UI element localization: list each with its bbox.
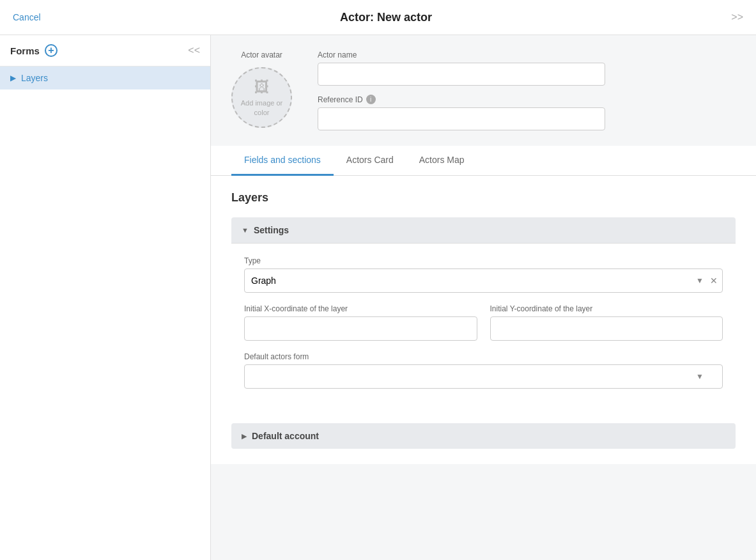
y-coord-label: Initial Y-coordinate of the layer (490, 304, 723, 313)
default-account-arrow-icon: ▶ (242, 432, 247, 440)
reference-id-input[interactable] (318, 107, 605, 130)
type-label: Type (244, 256, 723, 265)
tab-actors-map[interactable]: Actors Map (406, 146, 477, 176)
avatar-upload[interactable]: 🖼 Add image or color (231, 67, 292, 128)
settings-header[interactable]: ▼ Settings (231, 217, 736, 243)
type-select-wrapper: Graph ▼ ✕ (244, 268, 723, 293)
reference-id-group: Reference ID i (318, 95, 736, 130)
avatar-sublabel: Add image or color (233, 98, 291, 117)
default-actors-form-select-wrapper: ▼ (244, 364, 723, 389)
coordinates-row: Initial X-coordinate of the layer Initia… (244, 304, 723, 352)
type-field: Type Graph ▼ ✕ (244, 256, 723, 293)
content-area: Actor avatar 🖼 Add image or color Actor … (211, 35, 756, 560)
add-form-button[interactable]: + (45, 44, 58, 57)
x-coord-field: Initial X-coordinate of the layer (244, 304, 477, 341)
expand-icon[interactable]: >> (731, 12, 743, 23)
sidebar-item-label: Layers (21, 73, 48, 83)
top-bar: Cancel Actor: New actor >> (0, 0, 756, 35)
reference-id-label: Reference ID (318, 95, 363, 104)
default-account-title: Default account (252, 431, 319, 441)
main-panel: Layers ▼ Settings Type Graph ▼ (211, 176, 756, 464)
x-coord-input[interactable] (244, 316, 477, 341)
sidebar-header: Forms + << (0, 35, 210, 66)
page-title: Actor: New actor (340, 11, 432, 24)
main-layout: Forms + << ▶ Layers Actor avatar 🖼 Add i… (0, 35, 756, 560)
avatar-section: Actor avatar 🖼 Add image or color (231, 51, 292, 128)
default-actors-form-select[interactable] (244, 364, 723, 389)
actor-name-label: Actor name (318, 51, 736, 59)
sidebar-header-left: Forms + (10, 44, 58, 57)
sidebar-item-layers[interactable]: ▶ Layers (0, 66, 210, 89)
tab-actors-card[interactable]: Actors Card (334, 146, 406, 176)
settings-title: Settings (254, 225, 289, 235)
x-coord-label: Initial X-coordinate of the layer (244, 304, 477, 313)
sidebar: Forms + << ▶ Layers (0, 35, 211, 560)
type-select[interactable]: Graph (244, 268, 723, 293)
actor-header: Actor avatar 🖼 Add image or color Actor … (211, 35, 756, 146)
actor-name-group: Actor name (318, 51, 736, 86)
info-icon[interactable]: i (366, 95, 376, 104)
settings-section: ▼ Settings Type Graph ▼ ✕ (231, 217, 736, 413)
tabs-bar: Fields and sections Actors Card Actors M… (211, 146, 756, 176)
actor-name-input[interactable] (318, 63, 605, 86)
settings-arrow-icon: ▼ (242, 226, 249, 234)
default-account-section: ▶ Default account (231, 423, 736, 449)
default-account-header[interactable]: ▶ Default account (231, 423, 736, 449)
default-actors-form-label: Default actors form (244, 352, 723, 361)
default-actors-form-field: Default actors form ▼ (244, 352, 723, 389)
cancel-button[interactable]: Cancel (13, 12, 41, 22)
forms-label: Forms (10, 45, 40, 56)
actor-fields: Actor name Reference ID i (318, 51, 736, 130)
settings-content: Type Graph ▼ ✕ Initial X-coordinate of (231, 243, 736, 413)
y-coord-input[interactable] (490, 316, 723, 341)
image-icon: 🖼 (254, 78, 270, 96)
type-select-clear-icon[interactable]: ✕ (710, 276, 718, 286)
panel-title: Layers (231, 191, 736, 205)
avatar-label: Actor avatar (241, 51, 282, 59)
collapse-sidebar-button[interactable]: << (188, 45, 200, 56)
tab-fields-sections[interactable]: Fields and sections (231, 146, 334, 176)
sidebar-item-arrow: ▶ (10, 74, 16, 82)
reference-id-label-row: Reference ID i (318, 95, 736, 104)
y-coord-field: Initial Y-coordinate of the layer (490, 304, 723, 341)
